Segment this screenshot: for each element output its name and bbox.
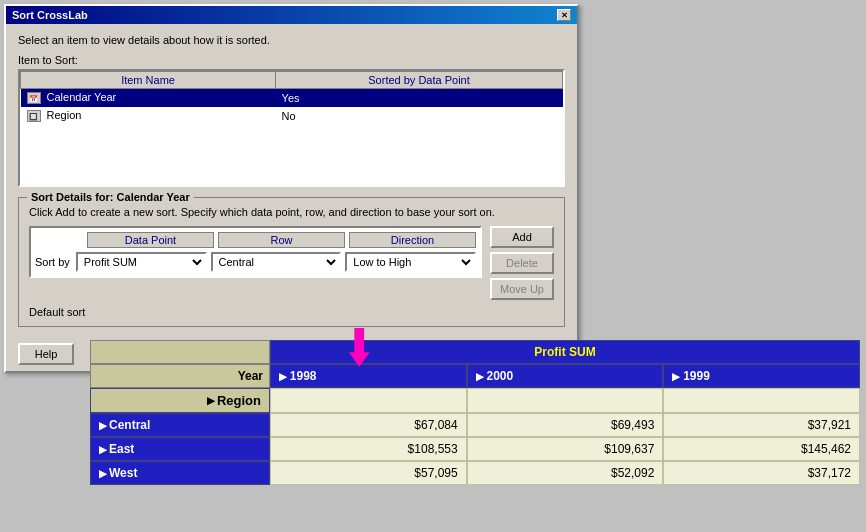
west-val-1999: $37,172: [663, 461, 860, 485]
sort-row: Sort by Profit SUM Central Low to High: [35, 252, 476, 272]
region-val-1: [270, 388, 467, 413]
dialog-title: Sort CrossLab: [12, 9, 88, 21]
add-button[interactable]: Add: [490, 226, 554, 248]
crosstab-years-row: Year 1998 2000 1999: [90, 364, 860, 388]
dialog-body: Select an item to view details about how…: [6, 24, 577, 337]
delete-button[interactable]: Delete: [490, 252, 554, 274]
col-row: Row: [218, 232, 345, 248]
instruction-text: Select an item to view details about how…: [18, 34, 565, 46]
central-val-1999: $37,921: [663, 413, 860, 437]
crosstab-table: Profit SUM Year 1998 2000 1999 Region Ce…: [90, 340, 860, 485]
row-name: 📅 Calendar Year: [21, 89, 276, 107]
year-label-cell: Year: [90, 364, 270, 388]
row-sorted: No: [276, 107, 563, 125]
default-sort: Default sort: [29, 306, 554, 318]
west-val-2000: $52,092: [467, 461, 664, 485]
row-select[interactable]: Central: [211, 252, 342, 272]
items-table: Item Name Sorted by Data Point 📅 Calenda…: [20, 71, 563, 185]
region-header-label: Region: [90, 388, 270, 413]
row-sorted: Yes: [276, 89, 563, 107]
west-row: West $57,095 $52,092 $37,172: [90, 461, 860, 485]
sort-crosslab-dialog: Sort CrossLab ✕ Select an item to view d…: [4, 4, 579, 373]
west-label[interactable]: West: [90, 461, 270, 485]
empty-row: [21, 125, 563, 185]
data-point-select[interactable]: Profit SUM: [76, 252, 207, 272]
region-val-2: [467, 388, 664, 413]
central-row: Central $67,084 $69,493 $37,921: [90, 413, 860, 437]
help-button[interactable]: Help: [18, 343, 74, 365]
sort-by-label: Sort by: [35, 256, 70, 268]
east-val-2000: $109,637: [467, 437, 664, 461]
east-val-1998: $108,553: [270, 437, 467, 461]
row-name: 🔲 Region: [21, 107, 276, 125]
central-val-2000: $69,493: [467, 413, 664, 437]
crosstab-data-rows: Region Central $67,084 $69,493 $37,921 E…: [90, 388, 860, 485]
sort-buttons: Add Delete Move Up: [490, 226, 554, 300]
item-to-sort-label: Item to Sort:: [18, 54, 565, 66]
col-sorted-by: Sorted by Data Point: [276, 72, 563, 89]
central-label[interactable]: Central: [90, 413, 270, 437]
sort-details-group: Sort Details for: Calendar Year Click Ad…: [18, 197, 565, 327]
col-direction: Direction: [349, 232, 476, 248]
col-data-point: Data Point: [87, 232, 214, 248]
close-button[interactable]: ✕: [557, 9, 571, 21]
col-item-name: Item Name: [21, 72, 276, 89]
sort-arrow: ⬇: [344, 320, 372, 376]
region-header-row: Region: [90, 388, 860, 413]
sort-controls-left: Data Point Row Direction Sort by Profit …: [29, 226, 482, 278]
region-val-3: [663, 388, 860, 413]
title-bar-buttons: ✕: [557, 9, 571, 21]
crosstab-corner: [90, 340, 270, 364]
sort-headers: Data Point Row Direction: [35, 232, 476, 248]
east-row: East $108,553 $109,637 $145,462: [90, 437, 860, 461]
table-row[interactable]: 🔲 Region No: [21, 107, 563, 125]
year-1999[interactable]: 1999: [663, 364, 860, 388]
table-row[interactable]: 📅 Calendar Year Yes: [21, 89, 563, 107]
title-bar: Sort CrossLab ✕: [6, 6, 577, 24]
calendar-icon: 📅: [27, 92, 41, 104]
sort-details-title: Sort Details for: Calendar Year: [27, 191, 194, 203]
region-icon: 🔲: [27, 110, 41, 122]
items-table-container: Item Name Sorted by Data Point 📅 Calenda…: [18, 69, 565, 187]
central-val-1998: $67,084: [270, 413, 467, 437]
sort-controls-area: Data Point Row Direction Sort by Profit …: [29, 226, 554, 300]
direction-select[interactable]: Low to High: [345, 252, 476, 272]
sort-details-desc: Click Add to create a new sort. Specify …: [29, 206, 554, 218]
west-val-1998: $57,095: [270, 461, 467, 485]
east-val-1999: $145,462: [663, 437, 860, 461]
move-up-button[interactable]: Move Up: [490, 278, 554, 300]
crosstab-header-row: Profit SUM: [90, 340, 860, 364]
east-label[interactable]: East: [90, 437, 270, 461]
year-2000[interactable]: 2000: [467, 364, 664, 388]
